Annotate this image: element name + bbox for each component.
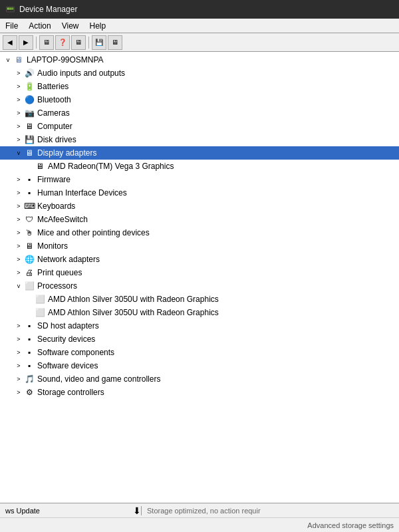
expand-icon-cameras: > bbox=[13, 108, 24, 118]
item-label-sd: SD host adapters bbox=[37, 321, 99, 331]
expand-icon-sd: > bbox=[13, 321, 24, 331]
status-icon: ⬇ bbox=[133, 505, 141, 516]
tree-item-display[interactable]: v🖥Display adapters bbox=[0, 146, 399, 160]
tree-item-audio[interactable]: >🔊Audio inputs and outputs bbox=[0, 66, 399, 80]
item-label-proc-1: AMD Athlon Silver 3050U with Radeon Grap… bbox=[48, 295, 219, 304]
menu-view[interactable]: View bbox=[57, 20, 84, 32]
toolbar-fwd[interactable]: ▶ bbox=[19, 35, 33, 50]
tree-item-keyboards[interactable]: >⌨Keyboards bbox=[0, 200, 399, 213]
root-label: LAPTOP-99OSMNPA bbox=[27, 55, 104, 65]
expand-icon-bluetooth: > bbox=[13, 94, 24, 105]
toolbar-back[interactable]: ◀ bbox=[3, 35, 17, 50]
tree-item-disk[interactable]: >💾Disk drives bbox=[0, 133, 399, 146]
expand-icon-softwarecomp: > bbox=[13, 347, 24, 358]
toolbar-btn5[interactable]: 🖥 bbox=[108, 35, 122, 50]
item-icon-storage: ⚙ bbox=[24, 387, 35, 398]
item-label-proc-2: AMD Athlon Silver 3050U with Radeon Grap… bbox=[48, 308, 219, 317]
item-icon-keyboards: ⌨ bbox=[24, 201, 35, 211]
menu-help[interactable]: Help bbox=[84, 20, 112, 32]
item-icon-monitors: 🖥 bbox=[24, 241, 35, 251]
item-label-processors: Processors bbox=[37, 281, 77, 291]
item-icon-security: ▪ bbox=[24, 334, 35, 344]
toolbar-btn4[interactable]: 💾 bbox=[92, 35, 106, 50]
expand-icon-softwaredev: > bbox=[13, 360, 24, 371]
tree-item-network[interactable]: >🌐Network adapters bbox=[0, 253, 399, 266]
expand-icon-mcafee: > bbox=[13, 214, 24, 225]
item-label-mcafee: McAfeeSwitch bbox=[37, 215, 88, 224]
item-label-batteries: Batteries bbox=[37, 82, 68, 91]
tree-item-batteries[interactable]: >🔋Batteries bbox=[0, 80, 399, 93]
tree-item-security[interactable]: >▪Security devices bbox=[0, 332, 399, 346]
item-label-security: Security devices bbox=[37, 334, 95, 344]
expand-icon-hid: > bbox=[13, 188, 24, 198]
expand-icon-print: > bbox=[13, 267, 24, 278]
expand-icon-audio: > bbox=[13, 68, 24, 78]
tree-item-storage[interactable]: >⚙Storage controllers bbox=[0, 386, 399, 399]
toolbar: ◀ ▶ 🖥 ❓ 🖥 💾 🖥 bbox=[0, 33, 399, 52]
expand-icon-sound: > bbox=[13, 374, 24, 384]
tree-item-proc-2[interactable]: ⬜AMD Athlon Silver 3050U with Radeon Gra… bbox=[0, 306, 399, 319]
main-panel: v 🖥 LAPTOP-99OSMNPA >🔊Audio inputs and o… bbox=[0, 52, 399, 503]
tree-item-print[interactable]: >🖨Print queues bbox=[0, 266, 399, 279]
item-label-display-amd: AMD Radeon(TM) Vega 3 Graphics bbox=[48, 162, 174, 171]
item-icon-display-amd: 🖥 bbox=[35, 161, 45, 172]
item-icon-computer: 🖥 bbox=[24, 121, 35, 132]
tree-item-processors[interactable]: v⬜Processors bbox=[0, 279, 399, 293]
toolbar-sep1 bbox=[36, 37, 37, 49]
item-label-display: Display adapters bbox=[37, 148, 96, 158]
item-icon-proc-2: ⬜ bbox=[35, 307, 45, 318]
menu-file[interactable]: File bbox=[0, 20, 23, 32]
item-icon-proc-1: ⬜ bbox=[35, 294, 45, 305]
tree-item-mcafee[interactable]: >🛡McAfeeSwitch bbox=[0, 213, 399, 226]
tree-item-softwarecomp[interactable]: >▪Software components bbox=[0, 346, 399, 359]
tree-item-bluetooth[interactable]: >🔵Bluetooth bbox=[0, 93, 399, 106]
tree-item-cameras[interactable]: >📷Cameras bbox=[0, 106, 399, 120]
item-label-softwaredev: Software devices bbox=[37, 361, 98, 370]
item-icon-softwaredev: ▪ bbox=[24, 360, 35, 371]
expand-icon-display: v bbox=[13, 148, 24, 158]
expand-icon-display-amd bbox=[24, 161, 35, 172]
tree-item-computer[interactable]: >🖥Computer bbox=[0, 120, 399, 133]
item-icon-disk: 💾 bbox=[24, 134, 35, 145]
toolbar-btn1[interactable]: 🖥 bbox=[39, 35, 54, 50]
status-bar: ws Update ⬇ Storage optimized, no action… bbox=[0, 503, 399, 517]
expand-icon-processors: v bbox=[13, 281, 24, 291]
item-icon-print: 🖨 bbox=[24, 267, 35, 278]
tree-item-sound[interactable]: >🎵Sound, video and game controllers bbox=[0, 372, 399, 386]
tree-item-display-amd[interactable]: 🖥AMD Radeon(TM) Vega 3 Graphics bbox=[0, 160, 399, 173]
tree-root[interactable]: v 🖥 LAPTOP-99OSMNPA bbox=[0, 53, 399, 66]
toolbar-btn3[interactable]: 🖥 bbox=[71, 35, 86, 50]
expand-icon-network: > bbox=[13, 254, 24, 265]
expand-icon-computer: > bbox=[13, 121, 24, 132]
status-bar2: Advanced storage settings bbox=[0, 517, 399, 532]
tree-item-sd[interactable]: >▪SD host adapters bbox=[0, 319, 399, 332]
toolbar-btn2[interactable]: ❓ bbox=[55, 35, 70, 50]
item-label-monitors: Monitors bbox=[37, 241, 68, 251]
item-icon-bluetooth: 🔵 bbox=[24, 94, 35, 105]
item-icon-cameras: 📷 bbox=[24, 108, 35, 118]
expand-icon-security: > bbox=[13, 334, 24, 344]
root-expand-icon: v bbox=[3, 55, 13, 65]
title-bar-icon: 📟 bbox=[5, 5, 15, 14]
expand-icon-proc-1 bbox=[24, 294, 35, 305]
expand-icon-mice: > bbox=[13, 227, 24, 238]
item-icon-firmware: ▪ bbox=[24, 174, 35, 185]
item-label-bluetooth: Bluetooth bbox=[37, 95, 71, 104]
tree-item-firmware[interactable]: >▪Firmware bbox=[0, 173, 399, 186]
tree-item-hid[interactable]: >▪Human Interface Devices bbox=[0, 186, 399, 200]
tree-item-monitors[interactable]: >🖥Monitors bbox=[0, 239, 399, 253]
item-label-disk: Disk drives bbox=[37, 135, 76, 144]
expand-icon-storage: > bbox=[13, 387, 24, 398]
tree-item-proc-1[interactable]: ⬜AMD Athlon Silver 3050U with Radeon Gra… bbox=[0, 293, 399, 306]
tree-item-mice[interactable]: >🖱Mice and other pointing devices bbox=[0, 226, 399, 239]
item-label-firmware: Firmware bbox=[37, 175, 70, 184]
status-right-text: Storage optimized, no action requir bbox=[142, 507, 399, 515]
expand-icon-batteries: > bbox=[13, 81, 24, 92]
menu-action[interactable]: Action bbox=[23, 20, 56, 32]
item-label-keyboards: Keyboards bbox=[37, 201, 75, 211]
item-icon-network: 🌐 bbox=[24, 254, 35, 265]
item-label-storage: Storage controllers bbox=[37, 388, 104, 397]
item-label-softwarecomp: Software components bbox=[37, 348, 114, 357]
status-left-text: ws Update bbox=[0, 507, 133, 515]
tree-item-softwaredev[interactable]: >▪Software devices bbox=[0, 359, 399, 372]
